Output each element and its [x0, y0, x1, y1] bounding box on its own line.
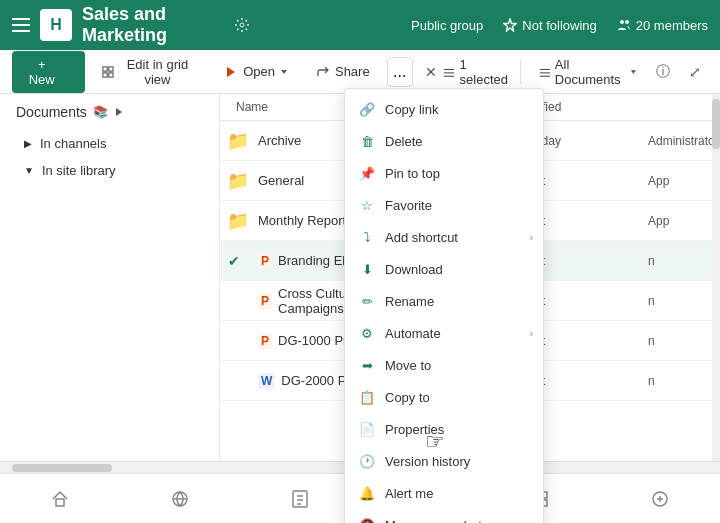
svg-rect-5 [109, 66, 113, 70]
open-label: Open [243, 64, 275, 79]
scrollbar-track[interactable] [712, 94, 720, 523]
menu-item-pin-to-top[interactable]: 📌 Pin to top [345, 157, 543, 189]
menu-item-manage-alerts[interactable]: 🔕 Manage my alerts [345, 509, 543, 523]
left-panel: Documents 📚 ▶ In channels ▼ In site libr… [0, 94, 220, 523]
properties-icon: 📄 [359, 421, 375, 437]
rename-icon: ✏ [359, 293, 375, 309]
shortcut-icon: ⤵ [359, 229, 375, 245]
manage-alerts-icon: 🔕 [359, 517, 375, 523]
col-modified-by [656, 100, 720, 114]
members-button[interactable]: 20 members [617, 18, 708, 33]
group-type-label: Public group [411, 18, 483, 33]
nav-add[interactable] [650, 489, 670, 509]
edit-grid-button[interactable]: Edit in grid view [91, 51, 207, 93]
menu-item-copy-to-label: Copy to [385, 390, 430, 405]
automate-icon: ⚙ [359, 325, 375, 341]
pptx-icon2: P [258, 333, 272, 349]
file-modified-by: n [648, 254, 720, 268]
selected-count-label: 1 selected [460, 57, 511, 87]
all-docs-button[interactable]: All Documents [531, 52, 645, 92]
breadcrumb-label: Documents [16, 104, 87, 120]
section-toggle-icon2: ▼ [24, 165, 34, 176]
menu-item-favorite-label: Favorite [385, 198, 432, 213]
new-button-label: + New [26, 57, 57, 87]
menu-item-delete[interactable]: 🗑 Delete [345, 125, 543, 157]
in-channels-label: In channels [40, 136, 107, 151]
docx-icon: W [258, 373, 275, 389]
file-modified-by: n [648, 334, 720, 348]
history-icon: 🕐 [359, 453, 375, 469]
nav-meta: Public group Not following 20 members [411, 18, 708, 33]
menu-item-shortcut-label: Add shortcut [385, 230, 458, 245]
more-button[interactable]: ... [387, 57, 413, 87]
download-icon: ⬇ [359, 261, 375, 277]
hamburger-menu[interactable] [12, 18, 30, 32]
file-modified-by: Administrator [648, 134, 720, 148]
menu-item-copy-to[interactable]: 📋 Copy to [345, 381, 543, 413]
pin-icon: 📌 [359, 165, 375, 181]
menu-item-add-shortcut[interactable]: ⤵ Add shortcut › [345, 221, 543, 253]
menu-item-download[interactable]: ⬇ Download [345, 253, 543, 285]
settings-icon[interactable] [234, 17, 250, 33]
svg-rect-16 [56, 499, 64, 506]
separator [520, 60, 521, 84]
breadcrumb: Documents 📚 [16, 104, 203, 120]
in-site-library-label: In site library [42, 163, 116, 178]
info-button[interactable]: ⓘ [651, 57, 677, 87]
members-label: 20 members [636, 18, 708, 33]
nav-home[interactable] [50, 489, 70, 509]
check-circle-icon: ✔ [228, 253, 258, 269]
file-modified-by: App [648, 214, 720, 228]
menu-item-delete-label: Delete [385, 134, 423, 149]
edit-grid-label: Edit in grid view [119, 57, 196, 87]
menu-item-automate[interactable]: ⚙ Automate › [345, 317, 543, 349]
scrollbar-thumb[interactable] [712, 99, 720, 149]
folder-icon: 📁 [228, 171, 248, 191]
svg-point-0 [240, 23, 244, 27]
app-logo: H [40, 9, 72, 41]
nav-web[interactable] [170, 489, 190, 509]
menu-item-version-history[interactable]: 🕐 Version history [345, 445, 543, 477]
menu-item-rename-label: Rename [385, 294, 434, 309]
menu-item-download-label: Download [385, 262, 443, 277]
svg-point-2 [620, 20, 624, 24]
menu-item-alert-me[interactable]: 🔔 Alert me [345, 477, 543, 509]
pptx-icon: P [258, 293, 272, 309]
menu-item-favorite[interactable]: ☆ Favorite [345, 189, 543, 221]
in-site-library-section[interactable]: ▼ In site library [16, 157, 203, 184]
menu-item-move-label: Move to [385, 358, 431, 373]
menu-item-copy-link[interactable]: 🔗 Copy link [345, 93, 543, 125]
section-toggle-icon: ▶ [24, 138, 32, 149]
folder-icon: 📁 [228, 211, 248, 231]
more-label: ... [393, 63, 406, 81]
arrow-icon: › [530, 232, 533, 243]
clear-selection-button[interactable]: ✕ [425, 64, 437, 80]
all-docs-label: All Documents [555, 57, 626, 87]
menu-item-move-to[interactable]: ➡ Move to [345, 349, 543, 381]
site-title: Sales and Marketing [82, 4, 224, 46]
file-modified-by: App [648, 174, 720, 188]
share-button[interactable]: Share [305, 58, 381, 85]
trash-icon: 🗑 [359, 133, 375, 149]
svg-rect-6 [103, 72, 107, 76]
in-channels-section[interactable]: ▶ In channels [16, 130, 203, 157]
expand-button[interactable]: ⤢ [682, 57, 708, 87]
follow-button[interactable]: Not following [503, 18, 596, 33]
open-button[interactable]: Open [213, 58, 299, 85]
menu-item-version-label: Version history [385, 454, 470, 469]
menu-item-properties[interactable]: 📄 Properties [345, 413, 543, 445]
share-label: Share [335, 64, 370, 79]
alert-icon: 🔔 [359, 485, 375, 501]
folder-icon: 📁 [228, 131, 248, 151]
svg-marker-8 [227, 67, 235, 77]
svg-rect-4 [103, 66, 107, 70]
pptx-icon: P [258, 253, 272, 269]
svg-rect-7 [109, 72, 113, 76]
file-modified-by: n [648, 374, 720, 388]
svg-point-3 [625, 20, 629, 24]
menu-item-copy-link-label: Copy link [385, 102, 438, 117]
nav-files[interactable] [290, 489, 310, 509]
menu-item-rename[interactable]: ✏ Rename [345, 285, 543, 317]
horizontal-scroll-thumb[interactable] [12, 464, 112, 472]
new-button[interactable]: + New [12, 51, 85, 93]
